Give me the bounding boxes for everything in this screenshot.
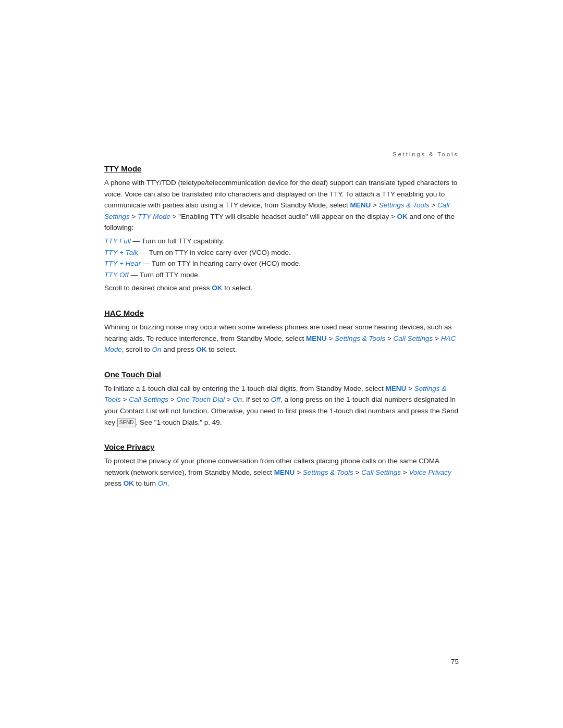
hac-para-1: Whining or buzzing noise may occur when …: [104, 322, 459, 355]
vp-para-1: To protect the privacy of your phone con…: [104, 455, 459, 489]
vp-voice-privacy-link: Voice Privacy: [409, 468, 451, 476]
tty-off-desc: — Turn off TTY mode.: [129, 271, 200, 279]
tty-full-item: TTY Full — Turn on full TTY capability.: [104, 236, 459, 247]
hac-mode-body: Whining or buzzing noise may occur when …: [104, 322, 459, 355]
page-number: 75: [451, 658, 459, 665]
otd-off-link: Off: [271, 396, 280, 403]
otd-para-1: To initiate a 1-touch dial call by enter…: [104, 383, 459, 428]
hac-mode-section: HAC Mode Whining or buzzing noise may oc…: [104, 309, 459, 355]
vp-on-link: On: [158, 479, 167, 487]
otd-mode-link: One Touch Dial: [176, 396, 225, 403]
one-touch-dial-body: To initiate a 1-touch dial call by enter…: [104, 383, 459, 428]
tty-full-label: TTY Full: [104, 237, 131, 245]
tty-off-label: TTY Off: [104, 271, 129, 279]
vp-ok-link: OK: [124, 479, 134, 487]
otd-call-settings-link: Call Settings: [129, 396, 168, 403]
voice-privacy-body: To protect the privacy of your phone con…: [104, 455, 459, 489]
tty-talk-item: TTY + Talk — Turn on TTY in voice carry-…: [104, 247, 459, 258]
vp-settings-tools-link: Settings & Tools: [303, 468, 353, 476]
tty-mode-title: TTY Mode: [104, 164, 459, 173]
tty-off-item: TTY Off — Turn off TTY mode.: [104, 269, 459, 281]
tty-ok-link: OK: [397, 213, 408, 220]
tty-scroll-text: Scroll to desired choice and press OK to…: [104, 282, 459, 294]
vp-call-settings-link: Call Settings: [361, 468, 401, 476]
hac-settings-tools-link: Settings & Tools: [335, 335, 385, 342]
tty-settings-tools-link: Settings & Tools: [379, 201, 430, 209]
tty-full-desc: — Turn on full TTY capability.: [131, 237, 224, 245]
vp-menu-link: MENU: [274, 468, 295, 476]
tty-ok2-link: OK: [212, 284, 222, 292]
tty-talk-desc: — Turn on TTY in voice carry-over (VCO) …: [138, 249, 291, 256]
tty-mode-link: TTY Mode: [138, 213, 170, 220]
tty-para-1: A phone with TTY/TDD (teletype/telecommu…: [104, 177, 459, 233]
send-key-badge: SEND: [117, 418, 136, 427]
hac-on-link: On: [152, 346, 162, 353]
tty-list: TTY Full — Turn on full TTY capability. …: [104, 236, 459, 280]
tty-hear-item: TTY + Hear — Turn on TTY in hearing carr…: [104, 258, 459, 269]
tty-mode-section: TTY Mode A phone with TTY/TDD (teletype/…: [104, 164, 459, 294]
voice-privacy-title: Voice Privacy: [104, 442, 459, 451]
hac-menu-link: MENU: [306, 335, 327, 342]
tty-talk-label: TTY + Talk: [104, 249, 138, 256]
otd-on-link: On: [232, 396, 242, 403]
hac-call-settings-link: Call Settings: [394, 335, 433, 342]
tty-mode-body: A phone with TTY/TDD (teletype/telecommu…: [104, 177, 459, 294]
tty-hear-desc: — Turn on TTY in hearing carry-over (HCO…: [141, 260, 301, 267]
voice-privacy-section: Voice Privacy To protect the privacy of …: [104, 442, 459, 489]
tty-menu-link: MENU: [350, 201, 371, 209]
main-content: TTY Mode A phone with TTY/TDD (teletype/…: [104, 164, 459, 504]
hac-ok-link: OK: [196, 346, 206, 353]
one-touch-dial-title: One Touch Dial: [104, 370, 459, 379]
hac-mode-title: HAC Mode: [104, 309, 459, 317]
one-touch-dial-section: One Touch Dial To initiate a 1-touch dia…: [104, 370, 459, 428]
tty-hear-label: TTY + Hear: [104, 260, 141, 267]
page: Settings & Tools TTY Mode A phone with T…: [0, 0, 563, 728]
header-section-title: Settings & Tools: [393, 151, 459, 157]
otd-menu-link: MENU: [386, 385, 407, 392]
